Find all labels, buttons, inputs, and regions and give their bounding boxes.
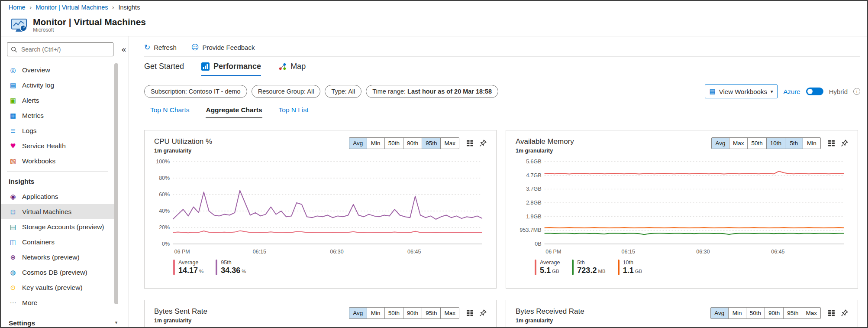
sidebar-search[interactable]: [7, 42, 113, 56]
percentile-button-95th[interactable]: 95th: [422, 137, 441, 149]
percentile-button-50th[interactable]: 50th: [746, 307, 765, 319]
refresh-icon: ↻: [144, 43, 150, 52]
percentile-button-avg[interactable]: Avg: [349, 137, 367, 149]
percentile-button-avg[interactable]: Avg: [349, 307, 367, 319]
card-icon-group: [466, 140, 487, 147]
svg-text:06 PM: 06 PM: [174, 249, 190, 255]
refresh-label: Refresh: [154, 44, 177, 51]
view-workbooks-button[interactable]: ▤ View Workbooks ▾: [705, 84, 778, 98]
page-subtitle: Microsoft: [33, 27, 146, 33]
legend-label: 95th: [221, 260, 246, 266]
percentile-button-avg[interactable]: Avg: [711, 137, 729, 149]
azure-hybrid-toggle[interactable]: [806, 88, 823, 95]
sidebar-item-key-vaults[interactable]: ⊙ Key vaults (preview): [1, 280, 114, 295]
subscription-filter-pill[interactable]: Subscription: Contoso IT - demo: [144, 85, 247, 98]
azure-portal-page: Home › Monitor | Virtual Machines › Insi…: [0, 0, 868, 328]
card-header: CPU Utilization % 1m granularity Avg Min…: [154, 137, 487, 154]
sidebar-item-service-health[interactable]: ♥ Service Health: [1, 138, 114, 153]
subtab-top-n-list[interactable]: Top N List: [279, 106, 309, 118]
pin-icon[interactable]: [841, 309, 848, 317]
feedback-label: Provide Feedback: [203, 44, 255, 51]
sidebar-item-storage-accounts[interactable]: ▤ Storage Accounts (preview): [1, 219, 114, 234]
resource-group-filter-pill[interactable]: Resource Group: All: [252, 85, 321, 98]
sidebar-item-alerts[interactable]: ▣ Alerts: [1, 93, 114, 108]
storage-accounts-icon: ▤: [9, 223, 17, 231]
sidebar-collapse-button[interactable]: «: [121, 43, 126, 55]
percentile-button-max[interactable]: Max: [729, 137, 748, 149]
sidebar-scrollbar[interactable]: ▾: [114, 62, 118, 327]
pin-icon[interactable]: [479, 309, 487, 317]
sidebar-item-cosmos-db[interactable]: ◍ Cosmos DB (preview): [1, 265, 114, 280]
sidebar-item-metrics[interactable]: ▦ Metrics: [1, 108, 114, 123]
percentile-button-90th[interactable]: 90th: [765, 307, 784, 319]
sidebar-item-applications[interactable]: ◉ Applications: [1, 189, 114, 204]
subtab-aggregate-charts[interactable]: Aggregate Charts: [206, 106, 262, 118]
percentile-button-min[interactable]: Min: [367, 137, 385, 149]
sidebar-item-label: Applications: [22, 193, 58, 201]
table-view-icon[interactable]: [828, 309, 835, 317]
percentile-button-50th[interactable]: 50th: [384, 307, 403, 319]
refresh-button[interactable]: ↻ Refresh: [144, 43, 177, 52]
svg-text:5.6GB: 5.6GB: [526, 159, 541, 165]
subtab-top-n-charts[interactable]: Top N Charts: [150, 106, 189, 118]
sidebar-item-activity-log[interactable]: ▤ Activity log: [1, 78, 114, 93]
available-memory-chart: 5.6GB4.7GB3.7GB2.8GB1.9GB953.7MB0B06 PM0…: [516, 158, 848, 257]
sidebar-item-workbooks[interactable]: ▧ Workbooks: [1, 153, 114, 169]
table-view-icon[interactable]: [466, 140, 474, 147]
legend-value: 1.1GB: [623, 266, 642, 275]
time-range-filter-pill[interactable]: Time range: Last hour as of 20 Mar 18:58: [366, 85, 498, 98]
percentile-button-50th[interactable]: 50th: [747, 137, 766, 149]
sidebar-item-logs[interactable]: ≡ Logs: [1, 123, 114, 138]
sidebar-item-more[interactable]: ⋯ More: [1, 295, 114, 310]
sidebar-item-containers[interactable]: ◫ Containers: [1, 234, 114, 250]
scrollbar-thumb[interactable]: [114, 63, 118, 304]
breadcrumb-monitor-vm[interactable]: Monitor | Virtual Machines: [36, 4, 108, 11]
key-vaults-icon: ⊙: [9, 284, 17, 292]
percentile-button-max[interactable]: Max: [440, 307, 459, 319]
percentile-button-5th[interactable]: 5th: [785, 137, 803, 149]
legend-value: 14.17%: [178, 266, 203, 275]
search-input[interactable]: [20, 45, 110, 53]
chart-title: Available Memory: [516, 137, 574, 146]
hybrid-toggle-label: Hybrid: [829, 88, 848, 95]
scrollbar-down-arrow-icon[interactable]: ▾: [113, 319, 119, 326]
percentile-button-95th[interactable]: 95th: [422, 307, 441, 319]
chart-title: CPU Utilization %: [154, 137, 212, 146]
legend-swatch: [216, 260, 217, 275]
provide-feedback-button[interactable]: ☺ Provide Feedback: [191, 43, 255, 52]
percentile-button-min[interactable]: Min: [367, 307, 385, 319]
sidebar-item-overview[interactable]: ◎ Overview: [1, 62, 114, 78]
percentile-button-max[interactable]: Max: [440, 137, 459, 149]
legend-item-average: Average 5.1GB: [535, 260, 560, 275]
info-icon[interactable]: i: [853, 88, 860, 95]
sidebar-item-virtual-machines[interactable]: ⊡ Virtual Machines: [1, 204, 114, 219]
percentile-button-50th[interactable]: 50th: [384, 137, 403, 149]
breadcrumb-home[interactable]: Home: [9, 4, 26, 11]
tab-performance[interactable]: Performance: [201, 62, 261, 76]
sidebar-item-networks[interactable]: ⊕ Networks (preview): [1, 250, 114, 265]
table-view-icon[interactable]: [466, 309, 474, 317]
percentile-button-10th[interactable]: 10th: [766, 137, 785, 149]
sidebar-item-label: Containers: [22, 238, 55, 246]
view-workbooks-label: View Workbooks: [719, 88, 767, 95]
percentile-button-min[interactable]: Min: [803, 137, 821, 149]
tab-map[interactable]: Map: [278, 62, 306, 76]
percentile-button-90th[interactable]: 90th: [403, 137, 422, 149]
tab-label: Map: [290, 62, 306, 71]
tab-get-started[interactable]: Get Started: [144, 62, 184, 76]
containers-icon: ◫: [9, 238, 17, 246]
legend-unit: GB: [552, 269, 559, 274]
legend-label: 5th: [577, 260, 605, 266]
type-filter-pill[interactable]: Type: All: [325, 85, 361, 98]
pin-icon[interactable]: [479, 140, 487, 147]
percentile-button-95th[interactable]: 95th: [783, 307, 802, 319]
percentile-button-min[interactable]: Min: [728, 307, 746, 319]
pin-icon[interactable]: [841, 140, 848, 147]
svg-text:06 PM: 06 PM: [545, 249, 561, 255]
search-icon: [11, 46, 17, 53]
percentile-button-90th[interactable]: 90th: [403, 307, 422, 319]
sidebar-item-label: Overview: [22, 66, 50, 74]
percentile-button-max[interactable]: Max: [802, 307, 821, 319]
table-view-icon[interactable]: [828, 140, 835, 147]
percentile-button-avg[interactable]: Avg: [710, 307, 729, 319]
